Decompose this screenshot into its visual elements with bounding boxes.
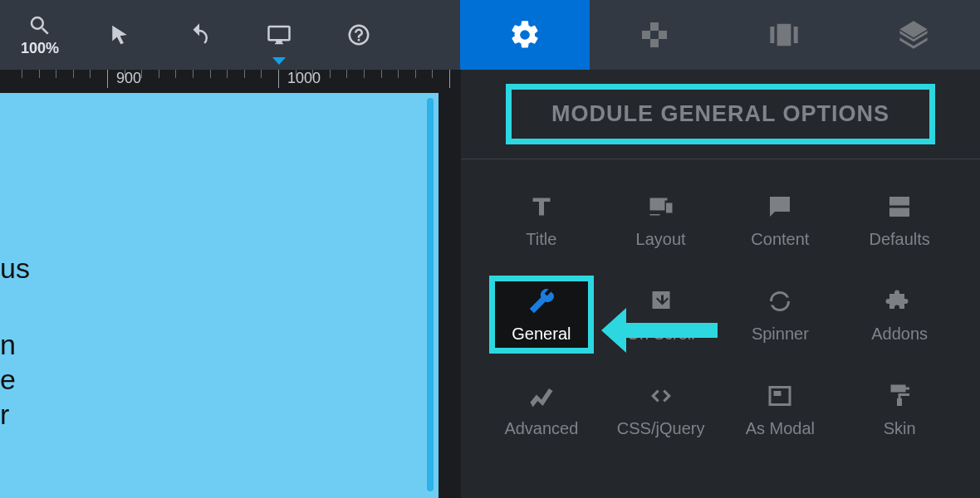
panel-header-wrap: MODULE GENERAL OPTIONS <box>461 70 980 159</box>
toolbar-spacer <box>399 0 460 70</box>
tab-slides[interactable] <box>719 0 849 70</box>
ruler-tick <box>346 70 347 78</box>
canvas-text-fragment: n <box>0 327 16 363</box>
option-label: Addons <box>871 325 928 344</box>
option-general[interactable]: General <box>489 276 594 354</box>
ruler-tick <box>398 70 399 78</box>
desktop-icon <box>267 22 292 47</box>
ruler-tick <box>296 70 296 78</box>
option-label: General <box>512 325 571 344</box>
dropdown-caret-icon <box>272 57 286 65</box>
ruler-tick-major <box>278 70 279 88</box>
ruler-tick <box>39 70 40 78</box>
cursor-icon <box>107 22 132 47</box>
undo-tool[interactable] <box>159 0 239 70</box>
option-spinner[interactable]: Spinner <box>728 276 833 354</box>
dpad-icon <box>638 18 671 51</box>
option-label: Spinner <box>752 325 809 344</box>
server-icon <box>884 192 914 222</box>
ruler-tick <box>90 70 91 78</box>
ruler-tick <box>227 70 228 78</box>
download-icon <box>646 286 676 316</box>
option-layout[interactable]: Layout <box>609 181 713 259</box>
viewport-tool[interactable] <box>239 0 319 70</box>
ruler-tick <box>175 70 176 78</box>
option-content[interactable]: Content <box>728 181 833 259</box>
ruler-tick <box>364 70 365 78</box>
option-on-scroll[interactable]: On Scroll <box>609 276 713 354</box>
option-label: As Modal <box>746 419 815 438</box>
help-icon <box>346 22 371 47</box>
panel-header-highlight: MODULE GENERAL OPTIONS <box>506 84 935 144</box>
option-addons[interactable]: Addons <box>847 276 952 354</box>
search-icon <box>27 13 52 38</box>
ruler-tick <box>210 70 211 78</box>
canvas-text-fragment: e <box>0 362 16 398</box>
option-label: Content <box>751 230 809 249</box>
tab-layers[interactable] <box>849 0 978 70</box>
option-skin[interactable]: Skin <box>847 370 952 448</box>
canvas-text-fragment: r <box>0 397 9 432</box>
ruler-tick <box>312 70 313 78</box>
option-label: On Scroll <box>627 325 695 344</box>
app-root: 100% 900 1000 <box>0 0 980 498</box>
ruler-tick <box>381 70 382 78</box>
layers-icon <box>897 18 930 51</box>
undo-icon <box>187 22 212 47</box>
option-as-modal[interactable]: As Modal <box>728 370 833 448</box>
zoom-tool[interactable]: 100% <box>0 0 80 70</box>
canvas-text-fragment: us <box>0 251 30 286</box>
option-css-jquery[interactable]: CSS/jQuery <box>609 370 713 448</box>
text-icon <box>527 192 556 222</box>
option-title[interactable]: Title <box>489 181 594 259</box>
option-label: Advanced <box>504 419 578 438</box>
carousel-icon <box>767 18 801 51</box>
ruler-tick <box>159 70 159 78</box>
code-icon <box>646 381 676 411</box>
gear-icon <box>508 18 541 51</box>
ruler-tick <box>22 70 22 78</box>
options-grid: Title Layout Content Defaults General On <box>461 159 980 448</box>
canvas-scrollbar[interactable] <box>427 98 434 491</box>
chat-icon <box>765 192 795 222</box>
option-label: Skin <box>884 419 916 438</box>
puzzle-icon <box>884 286 914 316</box>
ruler-tick <box>244 70 245 78</box>
option-advanced[interactable]: Advanced <box>489 370 594 448</box>
ruler-tick-major <box>449 70 450 88</box>
ruler-label-1000: 1000 <box>287 70 321 87</box>
ruler-tick <box>415 70 416 78</box>
ruler-label-900: 900 <box>116 70 141 87</box>
ruler-tick <box>432 70 433 78</box>
options-panel: MODULE GENERAL OPTIONS Title Layout Cont… <box>461 70 980 498</box>
ruler-tick <box>73 70 74 78</box>
paint-roller-icon <box>884 381 914 411</box>
refresh-icon <box>765 286 795 316</box>
option-label: Layout <box>636 230 686 249</box>
help-tool[interactable] <box>319 0 399 70</box>
ruler-tick <box>193 70 194 78</box>
modal-icon <box>765 381 795 411</box>
ruler: 900 1000 // small ticks filled later by … <box>0 70 461 93</box>
editor-canvas[interactable]: us n e r <box>0 93 439 498</box>
option-defaults[interactable]: Defaults <box>847 181 952 259</box>
zoom-level-label: 100% <box>21 40 59 57</box>
ruler-tick-major <box>107 70 108 88</box>
ruler-tick <box>261 70 262 78</box>
option-label: Defaults <box>869 230 929 249</box>
devices-icon <box>646 192 676 222</box>
tab-navigation[interactable] <box>590 0 719 70</box>
wrench-icon <box>527 286 556 316</box>
cursor-tool[interactable] <box>80 0 159 70</box>
option-label: CSS/jQuery <box>617 419 705 438</box>
ruler-tick <box>56 70 56 78</box>
option-label: Title <box>526 230 556 249</box>
timeline-icon <box>527 381 556 411</box>
ruler-tick <box>125 70 125 78</box>
top-toolbar: 100% <box>0 0 980 70</box>
tab-settings[interactable] <box>460 0 590 70</box>
panel-title: MODULE GENERAL OPTIONS <box>551 101 889 127</box>
ruler-tick <box>330 70 331 78</box>
ruler-tick <box>141 70 142 78</box>
